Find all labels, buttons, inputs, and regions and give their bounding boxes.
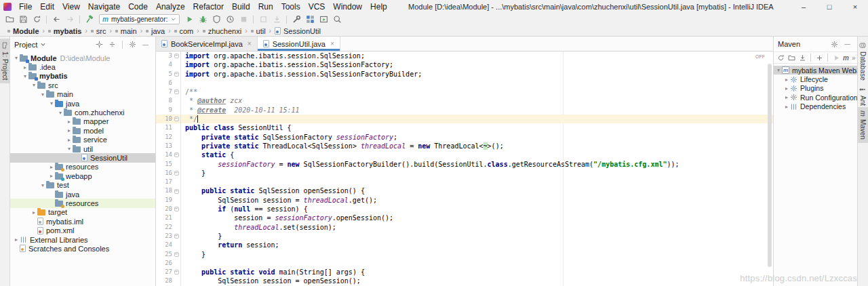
maven-m-icon[interactable]: m <box>842 54 850 62</box>
tree-item-target[interactable]: ▸target <box>10 208 155 217</box>
tree-item-util[interactable]: ▾util <box>10 144 155 153</box>
menu-item-window[interactable]: Window <box>329 2 366 12</box>
menu-item-edit[interactable]: Edit <box>36 2 58 12</box>
fold-marker-icon[interactable]: − <box>174 234 179 239</box>
download-sources-icon[interactable] <box>797 52 808 64</box>
locate-icon[interactable] <box>94 39 105 50</box>
breadcrumb-item-main[interactable]: main <box>115 27 138 35</box>
stop-icon[interactable] <box>237 14 250 25</box>
tree-item-webapp[interactable]: ▸webapp <box>10 171 155 180</box>
tree-item-resources[interactable]: ▸resources <box>10 163 155 171</box>
menu-item-help[interactable]: Help <box>366 2 391 12</box>
menu-item-vcs[interactable]: VCS <box>304 2 330 12</box>
breadcrumb-item-zhuchenxi[interactable]: zhuchenxi <box>202 27 243 35</box>
forward-icon[interactable] <box>63 14 77 25</box>
breadcrumb-item-util[interactable]: util <box>250 27 267 35</box>
editor-tab-bookserviceimpl.java[interactable]: BookServiceImpl.java× <box>156 37 258 51</box>
editor-tab-sessionutil.java[interactable]: SessionUtil.java× <box>258 37 340 51</box>
toolwindow-tab-maven[interactable]: mMaven <box>858 107 868 143</box>
dump-threads-icon[interactable] <box>270 14 283 25</box>
hide-panel-icon[interactable]: — <box>140 39 151 50</box>
tree-item-run-configurations[interactable]: ▸Run Configurations <box>774 93 857 102</box>
fold-marker-icon[interactable]: − <box>174 207 179 211</box>
open-icon[interactable] <box>3 14 16 25</box>
tree-item-scratches-and-consoles[interactable]: Scratches and Consoles <box>10 244 155 253</box>
add-maven-project-icon[interactable] <box>814 52 825 64</box>
execute-goal-icon[interactable] <box>831 52 842 64</box>
attach-debugger-icon[interactable] <box>256 14 270 25</box>
fold-marker-icon[interactable]: − <box>174 252 179 257</box>
coverage-icon[interactable] <box>210 14 223 25</box>
tree-item-java[interactable]: java <box>10 190 155 199</box>
collapse-all-icon[interactable] <box>106 39 118 50</box>
tree-item-resources[interactable]: resources <box>10 199 155 207</box>
tree-item-mybatis[interactable]: ▾mybatis <box>10 72 155 81</box>
menu-item-file[interactable]: File <box>15 2 36 12</box>
profiler-icon[interactable] <box>223 14 237 25</box>
tree-item-src[interactable]: ▾src <box>10 81 155 89</box>
minimize-button[interactable]: – <box>791 0 816 13</box>
menu-item-tools[interactable]: Tools <box>277 2 304 12</box>
breadcrumb-item-mybatis[interactable]: mybatis <box>47 27 83 35</box>
menu-item-run[interactable]: Run <box>254 2 277 12</box>
fold-marker-icon[interactable]: − <box>174 89 179 94</box>
tree-item-mybatis-maven-webapp[interactable]: ▾mmybatis Maven Webapp <box>774 66 857 75</box>
search-everywhere-icon[interactable] <box>330 14 344 25</box>
save-all-icon[interactable] <box>16 14 30 25</box>
tree-item-pom.xml[interactable]: pom.xml <box>10 226 155 234</box>
tab-close-icon[interactable]: × <box>248 40 252 47</box>
breadcrumb-item-sessionutil[interactable]: SessionUtil <box>274 27 321 35</box>
fold-marker-icon[interactable]: − <box>174 189 179 194</box>
menu-item-view[interactable]: View <box>58 2 84 12</box>
toolwindow-tab-database[interactable]: Database <box>858 39 868 84</box>
toolwindow-tab-1-project[interactable]: 1: Project <box>0 39 10 83</box>
tree-item-mybatis.iml[interactable]: mybatis.iml <box>10 217 155 226</box>
tree-item-.idea[interactable]: ▸.idea <box>10 62 155 71</box>
tree-item-main[interactable]: ▾main <box>10 90 155 99</box>
fold-marker-icon[interactable]: − <box>174 54 179 58</box>
settings-gear-icon[interactable] <box>829 39 840 50</box>
menu-item-build[interactable]: Build <box>228 2 254 12</box>
menu-item-analyze[interactable]: Analyze <box>152 2 189 12</box>
tree-item-test[interactable]: ▾test <box>10 180 155 189</box>
overflow-icon[interactable]: » <box>850 54 857 62</box>
menu-item-refactor[interactable]: Refactor <box>189 2 228 12</box>
debug-icon[interactable] <box>196 14 210 25</box>
tree-item-com.zhuchenxi[interactable]: ▾com.zhuchenxi <box>10 108 155 117</box>
tab-close-icon[interactable]: × <box>330 40 334 47</box>
project-structure-icon[interactable] <box>303 14 317 25</box>
editor-scrollbar[interactable] <box>768 64 772 267</box>
run-window-icon[interactable] <box>317 14 330 25</box>
breadcrumb-item-module[interactable]: Module <box>7 27 40 35</box>
back-icon[interactable] <box>50 14 63 25</box>
settings-gear-icon[interactable] <box>127 39 138 50</box>
fold-marker-icon[interactable]: − <box>174 152 179 157</box>
generate-sources-icon[interactable] <box>786 52 797 64</box>
tree-item-dependencies[interactable]: ▸Dependencies <box>774 102 857 111</box>
maximize-button[interactable]: □ <box>816 0 842 13</box>
run-config-combo[interactable]: mmybatis-generator: <box>99 14 180 24</box>
wrench-icon[interactable] <box>290 14 303 25</box>
tree-item-external-libraries[interactable]: ▸External Libraries <box>10 235 155 244</box>
close-button[interactable]: × <box>842 0 868 13</box>
tree-item-plugins[interactable]: ▸Plugins <box>774 84 857 93</box>
toolwindow-tab-ant[interactable]: Ant <box>858 83 868 109</box>
fold-marker-icon[interactable]: − <box>174 117 179 121</box>
menu-item-code[interactable]: Code <box>124 2 152 12</box>
fold-marker-icon[interactable]: − <box>174 270 179 274</box>
tree-item-mapper[interactable]: ▸mapper <box>10 117 155 126</box>
tree-item-module[interactable]: ▾ModuleD:\idea\Module <box>10 54 155 62</box>
fold-marker-icon[interactable]: − <box>174 171 179 176</box>
breadcrumb-item-com[interactable]: com <box>174 27 195 35</box>
menu-item-navigate[interactable]: Navigate <box>84 2 124 12</box>
tree-item-service[interactable]: ▸service <box>10 136 155 144</box>
run-icon[interactable] <box>182 14 196 25</box>
code-editor[interactable]: 3−import org.apache.ibatis.session.SqlSe… <box>156 52 773 286</box>
synchronize-icon[interactable] <box>30 14 43 25</box>
tree-item-sessionutil[interactable]: SessionUtil <box>10 153 155 162</box>
tree-item-lifecycle[interactable]: ▸Lifecycle <box>774 75 857 83</box>
tree-item-java[interactable]: ▾java <box>10 99 155 108</box>
build-project-icon[interactable] <box>83 14 96 25</box>
fold-marker-icon[interactable]: − <box>174 72 179 77</box>
tree-item-model[interactable]: ▸model <box>10 126 155 135</box>
